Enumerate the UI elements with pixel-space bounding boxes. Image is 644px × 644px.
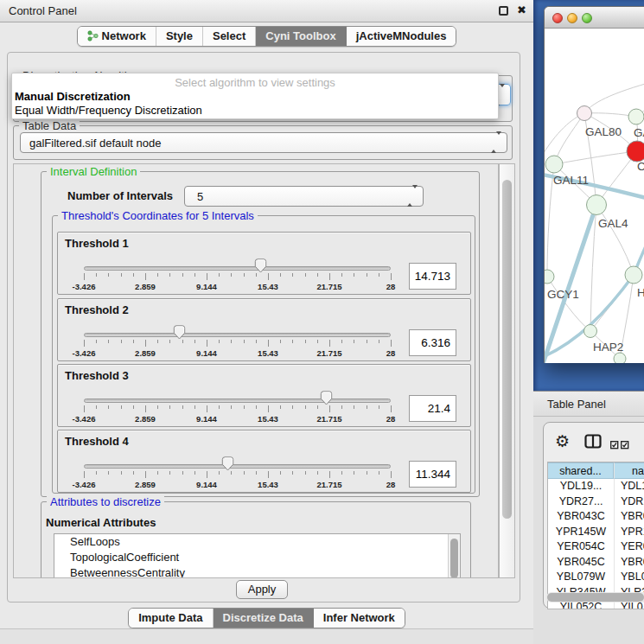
node-label-hap2: HAP2 [593,341,623,354]
node-label-h: H [637,286,644,299]
scrollbar-thumb[interactable] [450,539,458,578]
apply-button[interactable]: Apply [236,580,288,599]
float-panel-icon[interactable] [499,6,508,16]
table-row[interactable]: YDR27...YDR2 [548,494,644,510]
column-header-0[interactable]: shared... [548,462,614,479]
table-row[interactable]: YBR045CYBR0 [548,555,644,571]
tab-network[interactable]: Network [78,27,156,46]
column-header-1[interactable]: na [614,462,644,479]
numerical-attributes-label: Numerical Attributes [46,516,156,529]
threshold-slider-track[interactable] [84,464,391,469]
tab-select[interactable]: Select [203,27,256,46]
attribute-item-betweennesscentrality[interactable]: BetweennessCentrality [54,565,460,578]
threshold-value-field[interactable]: 14.713 [409,263,456,290]
control-panel: Control Panel ✖ NetworkStyleSelectCyni T… [0,0,533,644]
tick-label: -3.426 [73,414,96,424]
window-minimize-button[interactable] [567,13,577,23]
table-cell: YBR043C [548,509,614,525]
attribute-item-selfloops[interactable]: SelfLoops [54,534,460,550]
table-row[interactable]: YER054CYER0 [548,539,644,555]
scrollbar-thumb[interactable] [547,593,644,602]
table-cell: YDR2 [614,494,644,510]
threshold-slider-handle[interactable] [320,391,333,405]
number-of-intervals-combobox[interactable]: 5 [184,186,424,207]
table-horizontal-scrollbar[interactable] [546,592,644,603]
network-canvas[interactable]: GAL80GACGAL11GAL4HGCY1HAP2 [545,29,644,363]
table-row[interactable]: YDL19...YDL1 [548,479,644,494]
tab-jactivemnodules-label: jActiveMNodules [356,29,447,42]
main-tab-group: NetworkStyleSelectCyni ToolboxjActiveMNo… [77,26,457,47]
slider-tick-labels: -3.4262.8599.14415.4321.71528 [84,348,392,358]
slider-ticks [84,273,392,282]
popup-item-manual-discretization[interactable]: Manual Discretization [15,90,131,103]
network-node[interactable] [614,353,626,363]
threshold-label: Threshold 3 [65,369,129,382]
network-node[interactable] [577,106,592,121]
close-panel-icon[interactable]: ✖ [517,3,526,16]
scrollbar-thumb[interactable] [502,180,512,519]
tick-label: 9.144 [196,282,217,291]
threshold-value-field[interactable]: 21.4 [409,395,456,422]
tab-cyni-toolbox[interactable]: Cyni Toolbox [256,27,346,46]
threshold-slider-track[interactable] [84,333,391,337]
network-view-window: GAL80GACGAL11GAL4HGCY1HAP2 [544,6,644,363]
window-close-button[interactable] [552,13,563,23]
table-rows: YDL19...YDL1YDR27...YDR2YBR043CYBR0YPR14… [548,479,644,609]
node-label-ga: GA [634,126,644,139]
panel-footer [0,628,533,644]
columns-icon[interactable] [584,434,602,452]
tick-label: 15.43 [258,480,278,489]
slider-tick-labels: -3.4262.8599.14415.4321.71528 [84,480,392,489]
threshold-slider-track[interactable] [84,399,391,403]
table-cell: YDL1 [614,479,644,494]
window-zoom-button[interactable] [582,13,592,23]
tab-infer-network[interactable]: Infer Network [314,609,405,628]
attributes-list-scrollbar[interactable] [448,534,460,578]
table-row[interactable]: YBL079WYBL0 [548,570,644,585]
table-cell: YER054C [548,539,614,555]
tick-label: -3.426 [73,282,96,291]
table-row[interactable]: YBR043CYBR0 [548,509,644,525]
threshold-slider-handle[interactable] [173,325,186,340]
threshold-label: Threshold 4 [65,435,129,448]
thresholds-coordinates-group: Threshold's Coordinates for 5 Intervals … [52,215,475,494]
gear-icon[interactable]: ⚙ [555,431,570,450]
popup-item-equal-width-frequency[interactable]: Equal Width/Frequency Discretization [15,104,202,117]
tick-label: 2.859 [135,480,156,489]
node-label-c: C [637,160,644,173]
network-node[interactable] [627,141,644,162]
numerical-attributes-list[interactable]: SelfLoopsTopologicalCoefficientBetweenne… [54,533,461,578]
tab-impute-data[interactable]: Impute Data [129,609,213,628]
slider-ticks [84,340,392,348]
network-node[interactable] [625,266,642,284]
table-row[interactable]: YPR145WYPR1 [548,525,644,540]
table-panel-body: ⚙ shared...na [533,417,644,644]
settings-vertical-scrollbar[interactable] [499,163,515,578]
network-node[interactable] [545,270,554,284]
tab-discretize-data[interactable]: Discretize Data [214,609,314,628]
table-cell: YPR145W [548,525,614,540]
control-panel-titlebar: Control Panel ✖ [0,0,533,22]
attribute-item-topologicalcoefficient[interactable]: TopologicalCoefficient [54,550,460,565]
threshold-slider-track[interactable] [84,266,391,271]
tick-label: 15.43 [258,414,278,424]
threshold-value-field[interactable]: 6.316 [409,329,456,356]
node-label-gal11: GAL11 [553,174,589,187]
network-window-titlebar[interactable] [545,7,644,29]
table-data-combobox[interactable]: galFiltered.sif default node [20,132,507,153]
bottom-tab-group: Impute DataDiscretize DataInfer Network [128,608,405,628]
network-icon [87,30,99,41]
tick-label: 9.144 [196,480,217,489]
network-node[interactable] [587,195,607,215]
threshold-value-field[interactable]: 11.344 [409,461,456,488]
slider-tick-labels: -3.4262.8599.14415.4321.71528 [84,414,392,424]
network-node[interactable] [628,109,644,124]
network-node[interactable] [584,325,597,338]
tab-jactivemnodules[interactable]: jActiveMNodules [347,27,456,46]
tab-style[interactable]: Style [156,27,203,46]
threshold-slider-handle[interactable] [254,258,267,273]
select-columns-checkboxes-icon[interactable] [610,437,629,453]
network-node[interactable] [545,156,563,173]
threshold-slider-handle[interactable] [221,456,234,471]
tick-label: -3.426 [73,480,96,489]
